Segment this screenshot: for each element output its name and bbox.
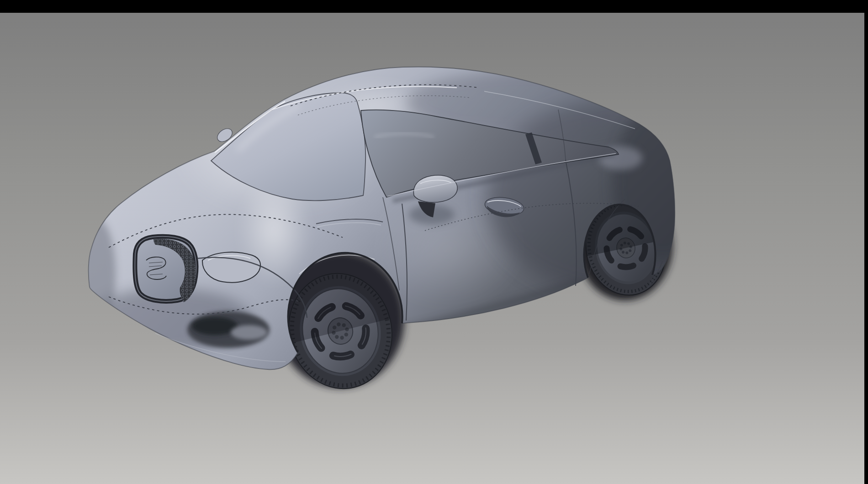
viewport-3d[interactable] [0,0,868,484]
app-window [0,0,868,484]
front-grille [135,237,196,302]
letterbox-right-bar [864,0,868,484]
fog-intake-glint [231,325,267,340]
letterbox-top-bar [0,0,868,13]
